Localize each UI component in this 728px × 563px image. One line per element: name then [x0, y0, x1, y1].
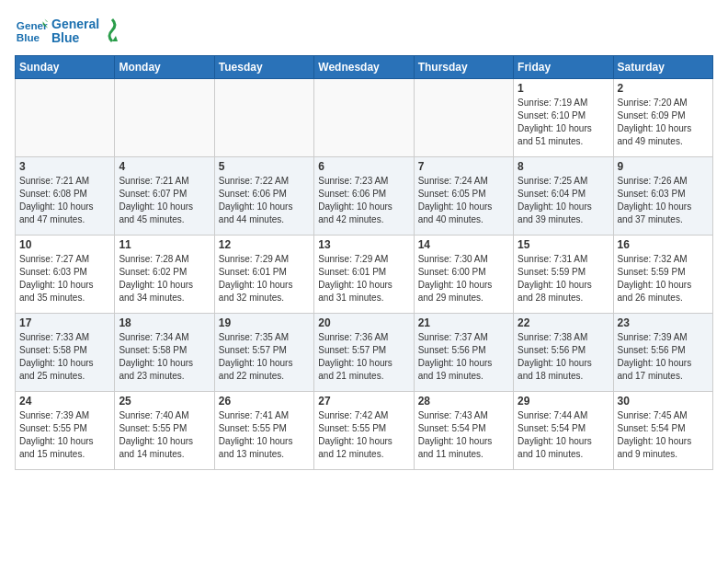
calendar-week-row: 3Sunrise: 7:21 AM Sunset: 6:08 PM Daylig…: [16, 157, 713, 236]
day-number: 29: [518, 395, 609, 408]
day-info: Sunrise: 7:26 AM Sunset: 6:03 PM Dayligh…: [618, 175, 709, 226]
day-number: 4: [119, 160, 210, 173]
day-number: 6: [318, 160, 409, 173]
day-info: Sunrise: 7:19 AM Sunset: 6:10 PM Dayligh…: [518, 97, 609, 148]
col-header-thursday: Thursday: [414, 56, 513, 79]
day-number: 11: [119, 238, 210, 251]
day-info: Sunrise: 7:29 AM Sunset: 6:01 PM Dayligh…: [318, 253, 409, 304]
svg-marker-4: [112, 36, 118, 41]
day-number: 23: [618, 316, 709, 329]
day-info: Sunrise: 7:41 AM Sunset: 5:55 PM Dayligh…: [219, 409, 310, 461]
calendar-cell: 7Sunrise: 7:24 AM Sunset: 6:05 PM Daylig…: [414, 157, 513, 236]
calendar-cell: 10Sunrise: 7:27 AM Sunset: 6:03 PM Dayli…: [16, 236, 115, 314]
day-info: Sunrise: 7:21 AM Sunset: 6:07 PM Dayligh…: [119, 175, 210, 226]
calendar-cell: 5Sunrise: 7:22 AM Sunset: 6:06 PM Daylig…: [214, 157, 313, 236]
calendar-cell: 1Sunrise: 7:19 AM Sunset: 6:10 PM Daylig…: [514, 79, 613, 157]
day-number: 5: [219, 160, 310, 173]
day-info: Sunrise: 7:21 AM Sunset: 6:08 PM Dayligh…: [19, 175, 110, 226]
calendar-cell: 19Sunrise: 7:35 AM Sunset: 5:57 PM Dayli…: [214, 314, 313, 392]
day-number: 15: [518, 238, 609, 251]
day-number: 2: [618, 82, 709, 95]
calendar-table: SundayMondayTuesdayWednesdayThursdayFrid…: [15, 55, 713, 470]
day-number: 9: [618, 160, 709, 173]
calendar-cell: 23Sunrise: 7:39 AM Sunset: 5:56 PM Dayli…: [613, 314, 712, 392]
day-info: Sunrise: 7:34 AM Sunset: 5:58 PM Dayligh…: [119, 331, 210, 383]
day-number: 20: [318, 316, 409, 329]
calendar-cell: 18Sunrise: 7:34 AM Sunset: 5:58 PM Dayli…: [115, 314, 214, 392]
day-number: 12: [219, 238, 310, 251]
calendar-cell: 29Sunrise: 7:44 AM Sunset: 5:54 PM Dayli…: [514, 392, 613, 470]
day-info: Sunrise: 7:42 AM Sunset: 5:55 PM Dayligh…: [318, 409, 409, 461]
day-info: Sunrise: 7:37 AM Sunset: 5:56 PM Dayligh…: [418, 331, 509, 383]
col-header-wednesday: Wednesday: [314, 56, 414, 79]
day-info: Sunrise: 7:32 AM Sunset: 5:59 PM Dayligh…: [618, 253, 709, 304]
day-number: 24: [19, 395, 110, 408]
day-info: Sunrise: 7:30 AM Sunset: 6:00 PM Dayligh…: [418, 253, 509, 304]
calendar-week-row: 24Sunrise: 7:39 AM Sunset: 5:55 PM Dayli…: [16, 392, 713, 470]
svg-text:General: General: [17, 19, 48, 31]
calendar-cell: 27Sunrise: 7:42 AM Sunset: 5:55 PM Dayli…: [314, 392, 414, 470]
logo-text-general: General: [51, 17, 99, 31]
day-number: 22: [518, 316, 609, 329]
day-info: Sunrise: 7:22 AM Sunset: 6:06 PM Dayligh…: [219, 175, 310, 226]
day-number: 19: [219, 316, 310, 329]
day-info: Sunrise: 7:43 AM Sunset: 5:54 PM Dayligh…: [418, 409, 509, 461]
day-number: 30: [618, 395, 709, 408]
calendar-cell: 21Sunrise: 7:37 AM Sunset: 5:56 PM Dayli…: [414, 314, 513, 392]
calendar-cell: [16, 79, 115, 157]
day-number: 26: [219, 395, 310, 408]
day-number: 17: [19, 316, 110, 329]
calendar-cell: 3Sunrise: 7:21 AM Sunset: 6:08 PM Daylig…: [16, 157, 115, 236]
calendar-cell: 17Sunrise: 7:33 AM Sunset: 5:58 PM Dayli…: [16, 314, 115, 392]
day-number: 18: [119, 316, 210, 329]
day-number: 28: [418, 395, 509, 408]
svg-text:Blue: Blue: [17, 31, 40, 43]
day-number: 10: [19, 238, 110, 251]
day-info: Sunrise: 7:29 AM Sunset: 6:01 PM Dayligh…: [219, 253, 310, 304]
day-info: Sunrise: 7:35 AM Sunset: 5:57 PM Dayligh…: [219, 331, 310, 383]
calendar-cell: 4Sunrise: 7:21 AM Sunset: 6:07 PM Daylig…: [115, 157, 214, 236]
day-info: Sunrise: 7:44 AM Sunset: 5:54 PM Dayligh…: [518, 409, 609, 461]
col-header-friday: Friday: [514, 56, 613, 79]
calendar-cell: 16Sunrise: 7:32 AM Sunset: 5:59 PM Dayli…: [613, 236, 712, 314]
day-info: Sunrise: 7:27 AM Sunset: 6:03 PM Dayligh…: [19, 253, 110, 304]
day-info: Sunrise: 7:23 AM Sunset: 6:06 PM Dayligh…: [318, 175, 409, 226]
calendar-cell: 9Sunrise: 7:26 AM Sunset: 6:03 PM Daylig…: [613, 157, 712, 236]
calendar-cell: 28Sunrise: 7:43 AM Sunset: 5:54 PM Dayli…: [414, 392, 513, 470]
col-header-monday: Monday: [115, 56, 214, 79]
calendar-cell: 15Sunrise: 7:31 AM Sunset: 5:59 PM Dayli…: [514, 236, 613, 314]
calendar-header-row: SundayMondayTuesdayWednesdayThursdayFrid…: [16, 56, 713, 79]
day-info: Sunrise: 7:24 AM Sunset: 6:05 PM Dayligh…: [418, 175, 509, 226]
day-info: Sunrise: 7:25 AM Sunset: 6:04 PM Dayligh…: [518, 175, 609, 226]
calendar-cell: [414, 79, 513, 157]
day-number: 13: [318, 238, 409, 251]
calendar-cell: [314, 79, 414, 157]
calendar-cell: [214, 79, 313, 157]
day-info: Sunrise: 7:38 AM Sunset: 5:56 PM Dayligh…: [518, 331, 609, 383]
calendar-cell: 25Sunrise: 7:40 AM Sunset: 5:55 PM Dayli…: [115, 392, 214, 470]
calendar-cell: 26Sunrise: 7:41 AM Sunset: 5:55 PM Dayli…: [214, 392, 313, 470]
logo-icon: General Blue: [15, 15, 48, 48]
day-info: Sunrise: 7:33 AM Sunset: 5:58 PM Dayligh…: [19, 331, 110, 383]
logo: General Blue General Blue: [15, 15, 121, 48]
calendar-cell: 2Sunrise: 7:20 AM Sunset: 6:09 PM Daylig…: [613, 79, 712, 157]
calendar-cell: [115, 79, 214, 157]
day-number: 27: [318, 395, 409, 408]
calendar-week-row: 17Sunrise: 7:33 AM Sunset: 5:58 PM Dayli…: [16, 314, 713, 392]
page-header: General Blue General Blue: [15, 15, 713, 48]
col-header-saturday: Saturday: [613, 56, 712, 79]
day-info: Sunrise: 7:39 AM Sunset: 5:55 PM Dayligh…: [19, 409, 110, 461]
day-number: 3: [19, 160, 110, 173]
calendar-cell: 20Sunrise: 7:36 AM Sunset: 5:57 PM Dayli…: [314, 314, 414, 392]
day-info: Sunrise: 7:31 AM Sunset: 5:59 PM Dayligh…: [518, 253, 609, 304]
day-info: Sunrise: 7:20 AM Sunset: 6:09 PM Dayligh…: [618, 97, 709, 148]
logo-wave-icon: [103, 17, 121, 45]
calendar-cell: 30Sunrise: 7:45 AM Sunset: 5:54 PM Dayli…: [613, 392, 712, 470]
day-number: 1: [518, 82, 609, 95]
day-info: Sunrise: 7:39 AM Sunset: 5:56 PM Dayligh…: [618, 331, 709, 383]
day-info: Sunrise: 7:28 AM Sunset: 6:02 PM Dayligh…: [119, 253, 210, 304]
day-number: 14: [418, 238, 509, 251]
calendar-cell: 13Sunrise: 7:29 AM Sunset: 6:01 PM Dayli…: [314, 236, 414, 314]
calendar-week-row: 10Sunrise: 7:27 AM Sunset: 6:03 PM Dayli…: [16, 236, 713, 314]
col-header-sunday: Sunday: [16, 56, 115, 79]
